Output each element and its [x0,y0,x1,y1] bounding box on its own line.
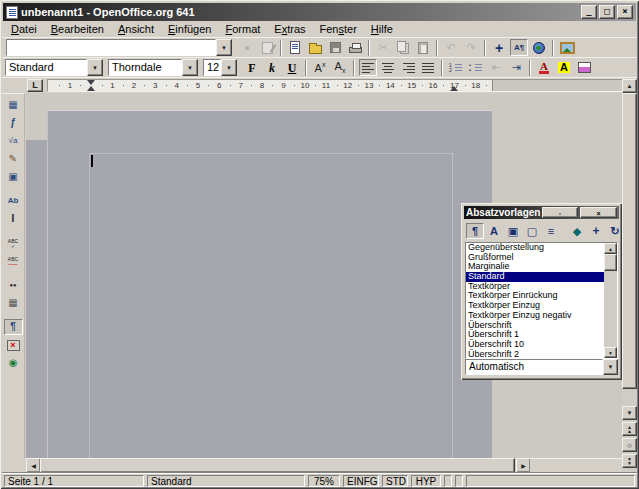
font-size-value[interactable]: 12 [203,59,221,76]
scrollbar-thumb[interactable] [40,458,515,473]
paragraph-style-value[interactable]: Standard [5,59,87,76]
fill-format-icon[interactable]: ◆ [568,223,586,239]
nonprinting-characters-icon[interactable]: ¶ [4,319,23,335]
menu-hilfe[interactable]: Hilfe [364,22,400,36]
draw-functions-icon[interactable]: ✎ [4,151,23,167]
spellcheck-icon[interactable]: ABC✓ [4,235,23,251]
graphics-toggle-icon[interactable]: × [4,337,23,353]
open-icon[interactable] [306,39,324,56]
italic-button[interactable]: k [263,59,281,76]
style-filter-dropdown-button[interactable]: ▼ [603,359,618,375]
find-replace-icon[interactable]: ●● [4,277,23,293]
style-list-item[interactable]: Überschrift 2 [466,350,617,359]
numbering-button[interactable] [447,59,465,76]
previous-page-button[interactable]: ▲▲ [622,422,637,436]
align-left-button[interactable] [359,59,377,76]
horizontal-ruler[interactable]: 1123456789101112131415161718 [47,79,624,92]
bold-button[interactable]: F [243,59,261,76]
insert-icon[interactable]: ▦ [4,97,23,113]
scroll-down-button[interactable]: ▼ [604,347,617,358]
bullets-button[interactable] [467,59,485,76]
navigator-icon[interactable]: + [490,39,508,56]
page-styles-icon[interactable]: ▢ [523,223,541,239]
ruler-dot [465,85,466,86]
url-input[interactable] [6,39,216,56]
hyperlink-dialog-icon[interactable] [530,39,548,56]
menu-bearbeiten[interactable]: Bearbeiten [44,22,111,36]
vertical-scrollbar[interactable]: ▲ ▼ ▲▲ ○ ▼▼ [622,79,637,473]
menu-extras[interactable]: Extras [267,22,312,36]
close-button[interactable]: × [580,207,617,218]
highlight-button[interactable]: A [555,59,573,76]
insert-objects-icon[interactable]: √a [4,133,23,149]
stick-button[interactable]: ▫ [542,207,579,218]
print-icon[interactable] [346,39,364,56]
maximize-button[interactable]: □ [599,5,615,19]
insert-mode-indicator[interactable]: EINFG [343,475,379,487]
document-page[interactable] [47,110,492,458]
style-list-scrollbar[interactable]: ▲ ▼ [604,243,617,358]
close-button[interactable]: × [617,5,633,19]
scroll-right-button[interactable]: ▶ [516,458,531,473]
scrollbar-thumb[interactable] [604,254,617,271]
menu-format[interactable]: Format [218,22,267,36]
paragraph-background-button[interactable] [575,59,593,76]
minimize-button[interactable]: _ [581,5,597,19]
numbering-styles-icon[interactable]: ≡ [542,223,560,239]
character-styles-icon[interactable]: A [485,223,503,239]
new-document-icon[interactable] [286,39,304,56]
menu-ansicht[interactable]: Ansicht [111,22,161,36]
scroll-up-button[interactable]: ▲ [622,79,637,93]
new-style-from-selection-icon[interactable]: + [587,223,605,239]
right-indent-marker[interactable] [450,86,458,91]
scroll-down-button[interactable]: ▼ [622,406,637,420]
superscript-button[interactable]: Ax [311,59,329,76]
font-name-dropdown-button[interactable]: ▼ [182,59,198,76]
auto-spellcheck-icon[interactable]: ABC~~~ [4,253,23,269]
next-page-button[interactable]: ▼▼ [622,454,637,468]
align-right-button[interactable] [399,59,417,76]
menu-datei[interactable]: Datei [4,22,44,36]
zoom-indicator[interactable]: 75% [308,475,340,487]
ruler-number: 13 [365,82,374,90]
subscript-button[interactable]: Ax [331,59,349,76]
left-indent-marker[interactable] [87,86,95,91]
increase-indent-button[interactable]: ⇥ [507,59,525,76]
paragraph-styles-icon[interactable]: ¶ [466,223,484,239]
horizontal-scrollbar[interactable]: ◀ ▶ [26,458,530,473]
frame-styles-icon[interactable]: ▣ [504,223,522,239]
selection-mode-indicator[interactable]: STD [382,475,408,487]
direct-cursor-icon[interactable]: I [4,211,23,227]
font-color-button[interactable]: A [535,59,553,76]
stylist-title-bar[interactable]: Absatzvorlagen ▫× [464,206,619,219]
tab-type-selector[interactable]: L [27,79,43,92]
align-center-button[interactable] [379,59,397,76]
menu-fenster[interactable]: Fenster [313,22,364,36]
underline-button[interactable]: U [283,59,301,76]
first-line-indent-marker[interactable] [87,80,95,85]
font-size-dropdown-button[interactable]: ▼ [221,59,237,76]
paragraph-style-dropdown-button[interactable]: ▼ [87,59,103,76]
copy-icon [394,39,412,56]
data-sources-icon[interactable]: ▦ [4,295,23,311]
gallery-icon[interactable] [558,39,576,56]
navigation-button[interactable]: ○ [622,438,637,452]
stylist-icon[interactable]: A¶ [510,39,528,56]
hyperlink-mode-indicator[interactable]: HYP [411,475,441,487]
ruler-dot [102,85,103,86]
page-style-indicator[interactable]: Standard [147,475,305,487]
scroll-up-button[interactable]: ▲ [604,243,617,254]
url-dropdown-button[interactable]: ▼ [216,39,232,56]
menu-einfuegen[interactable]: Einfügen [161,22,218,36]
insert-fields-icon[interactable]: ƒ [4,115,23,131]
form-functions-icon[interactable]: ▣ [4,169,23,185]
update-style-icon[interactable]: ↻ [606,223,624,239]
scroll-left-button[interactable]: ◀ [26,458,41,473]
align-justify-button[interactable] [419,59,437,76]
style-filter-value[interactable]: Automatisch [465,359,603,375]
online-layout-icon[interactable]: ◉ [4,355,23,371]
scrollbar-thumb[interactable] [622,93,637,389]
page-indicator[interactable]: Seite 1 / 1 [4,475,144,487]
autotext-icon[interactable]: Ab [4,193,23,209]
font-name-value[interactable]: Thorndale [108,59,182,76]
